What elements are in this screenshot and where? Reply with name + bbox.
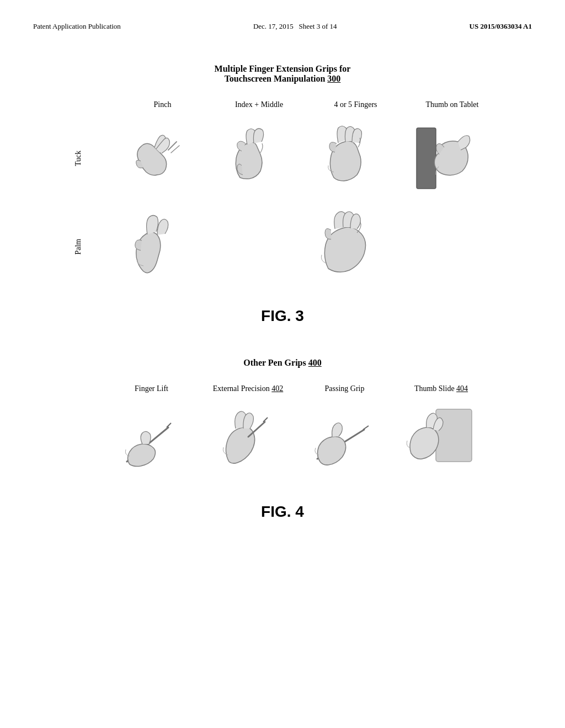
tuck-pinch-cell: [111, 114, 208, 202]
tuck-indexmiddle-cell: [208, 114, 305, 202]
palm-grid: [111, 202, 498, 291]
fig3-title: Multiple Finger Extension Grips for Touc…: [215, 64, 351, 84]
palm-thumb-tablet-cell-empty: [401, 202, 498, 291]
svg-line-4: [167, 423, 171, 427]
palm-pinch-image: [121, 208, 199, 285]
tuck-thumb-tablet-image: [411, 120, 488, 197]
finger-lift-cell: [103, 398, 200, 486]
col-headers-row: Pinch Index + Middle 4 or 5 Fingers Thum…: [114, 100, 500, 109]
tuck-label-area: Tuck: [67, 151, 89, 166]
palm-indexmiddle-cell-empty: [208, 202, 305, 291]
header-date-sheet: Dec. 17, 2015 Sheet 3 of 14: [253, 22, 337, 31]
fig4-label: FIG. 4: [261, 503, 304, 521]
tuck-thumb-tablet-cell: [401, 114, 498, 202]
page-header: Patent Application Publication Dec. 17, …: [33, 22, 532, 31]
pen-grips-grid: [103, 398, 489, 486]
header-publication-label: Patent Application Publication: [33, 22, 121, 31]
tuck-row: Tuck: [67, 114, 498, 202]
palm-row: Palm: [67, 202, 498, 291]
col-header-thumb-tablet: Thumb on Tablet: [404, 100, 500, 109]
tuck-pinch-image: [121, 120, 199, 197]
palm-label-area: Palm: [67, 239, 89, 255]
ext-precision-cell: [200, 398, 296, 486]
passing-grip-image: [306, 404, 383, 481]
svg-rect-9: [436, 409, 472, 462]
col-header-4or5: 4 or 5 Fingers: [307, 100, 404, 109]
fig3-label: FIG. 3: [261, 307, 304, 325]
tuck-indexmiddle-image: [218, 120, 295, 197]
palm-pinch-cell: [111, 202, 208, 291]
palm-4or5-cell: [305, 202, 401, 291]
header-date: Dec. 17, 2015: [253, 22, 294, 30]
tuck-grid: [111, 114, 498, 202]
palm-4or5-image: [315, 208, 392, 285]
palm-row-label: Palm: [74, 239, 83, 255]
tuck-4or5-image: [315, 120, 392, 197]
page: Patent Application Publication Dec. 17, …: [0, 0, 565, 728]
col-header-index-middle: Index + Middle: [211, 100, 307, 109]
col-header-finger-lift: Finger Lift: [103, 384, 200, 393]
svg-line-6: [263, 417, 268, 422]
ext-precision-image: [210, 404, 287, 481]
thumb-slide-cell: [393, 398, 489, 486]
fig3-section: Multiple Finger Extension Grips for Touc…: [33, 64, 532, 347]
pen-col-headers-row: Finger Lift External Precision 402 Passi…: [103, 384, 489, 393]
pen-grips-row: [76, 398, 489, 492]
thumb-slide-image: [403, 404, 480, 481]
tuck-4or5-cell: [305, 114, 401, 202]
fig4-section: Other Pen Grips 400 Finger Lift External…: [33, 358, 532, 543]
fig4-title: Other Pen Grips 400: [243, 358, 321, 368]
tuck-row-label: Tuck: [74, 151, 83, 166]
header-sheet: Sheet 3 of 14: [299, 22, 337, 30]
col-header-pinch: Pinch: [114, 100, 211, 109]
header-patent-number: US 2015/0363034 A1: [470, 22, 532, 31]
col-header-ext-precision: External Precision 402: [200, 384, 296, 393]
col-header-passing-grip: Passing Grip: [296, 384, 393, 393]
finger-lift-image: [113, 404, 190, 481]
svg-line-8: [363, 426, 369, 430]
svg-rect-2: [417, 128, 436, 189]
col-header-thumb-slide: Thumb Slide 404: [393, 384, 489, 393]
passing-grip-cell: [296, 398, 393, 486]
